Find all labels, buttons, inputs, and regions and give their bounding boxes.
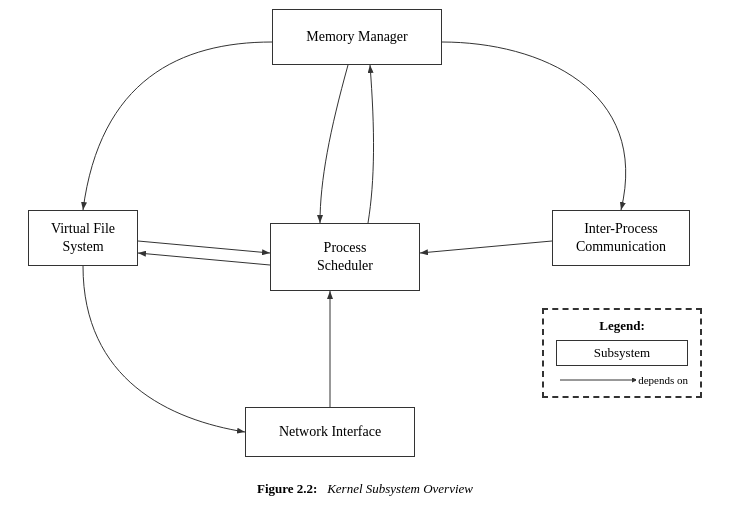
figure-caption: Figure 2.2: Kernel Subsystem Overview [0, 481, 730, 497]
legend-arrow-label: depends on [638, 374, 688, 386]
legend-title: Legend: [556, 318, 688, 334]
legend-subsystem: Subsystem [556, 340, 688, 366]
figure-label: Figure 2.2: [257, 481, 317, 496]
node-inter-process-communication-label: Inter-ProcessCommunication [576, 220, 666, 256]
node-virtual-file-system-label: Virtual FileSystem [51, 220, 115, 256]
node-network-interface-label: Network Interface [279, 423, 381, 441]
node-process-scheduler: ProcessScheduler [270, 223, 420, 291]
node-memory-manager-label: Memory Manager [306, 28, 407, 46]
node-memory-manager: Memory Manager [272, 9, 442, 65]
node-network-interface: Network Interface [245, 407, 415, 457]
legend-box: Legend: Subsystem depends on [542, 308, 702, 398]
figure-description: Kernel Subsystem Overview [327, 481, 473, 496]
node-process-scheduler-label: ProcessScheduler [317, 239, 373, 275]
node-inter-process-communication: Inter-ProcessCommunication [552, 210, 690, 266]
diagram: Memory Manager ProcessScheduler Virtual … [0, 0, 730, 507]
node-virtual-file-system: Virtual FileSystem [28, 210, 138, 266]
legend-arrow-row: depends on [556, 372, 688, 388]
